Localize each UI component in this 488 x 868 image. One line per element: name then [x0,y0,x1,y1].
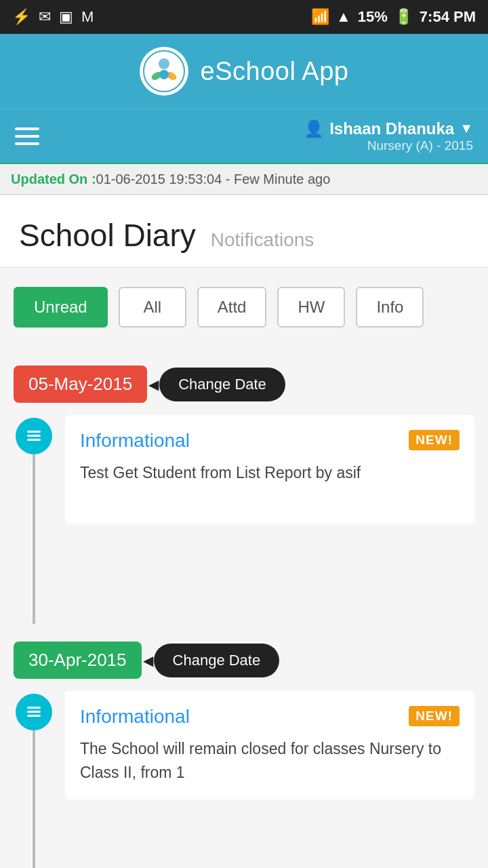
svg-rect-6 [27,435,41,437]
entry-section-1: Informational NEW! Test Get Student from… [0,410,488,629]
entry-card-header-1: Informational NEW! [80,430,460,452]
email-icon: ✉ [39,8,51,26]
hamburger-line-3 [15,142,39,145]
dropdown-arrow-icon[interactable]: ▼ [460,121,473,136]
new-badge-2: NEW! [409,706,460,726]
battery-icon: 🔋 [394,8,413,26]
page-subtitle: Notifications [211,229,314,251]
svg-point-1 [159,58,169,69]
usb-icon: ⚡ [12,8,30,26]
filter-hw[interactable]: HW [277,287,345,328]
date-badge-2: 30-Apr-2015 [14,642,142,679]
svg-rect-8 [27,707,41,709]
date-row-1: 05-May-2015 Change Date [0,353,488,410]
svg-rect-9 [27,711,41,713]
filter-info[interactable]: Info [356,287,424,328]
timeline-area: 05-May-2015 Change Date Informational NE… [0,347,488,868]
change-date-btn-1[interactable]: Change Date [159,368,285,401]
filter-attd[interactable]: Attd [197,287,267,328]
timeline-line-1 [33,454,35,624]
user-avatar-icon: 👤 [304,119,324,138]
hamburger-line-1 [15,127,39,130]
entry-type-2: Informational [80,706,190,728]
svg-point-4 [159,70,169,79]
entry-text-2: The School will remain closed for classe… [80,737,460,784]
app-logo [140,47,188,96]
date-row-2: 30-Apr-2015 Change Date [0,629,488,686]
filter-bar: Unread All Attd HW Info [0,268,488,347]
app-title: eSchool App [201,57,349,86]
entry-card-1: Informational NEW! Test Get Student from… [65,415,474,524]
entry-text-1: Test Get Student from List Report by asi… [80,461,460,485]
hamburger-line-2 [15,135,39,138]
page-title-bar: School Diary Notifications [0,195,488,268]
update-text: 01-06-2015 19:53:04 - Few Minute ago [96,172,331,187]
user-name-row[interactable]: 👤 Ishaan Dhanuka ▼ [304,119,473,138]
timeline-icon-2 [16,694,52,730]
update-banner: Updated On : 01-06-2015 19:53:04 - Few M… [0,163,488,195]
svg-rect-7 [27,439,41,441]
status-right-info: 📶 ▲ 15% 🔋 7:54 PM [311,8,476,26]
status-bar: ⚡ ✉ ▣ M 📶 ▲ 15% 🔋 7:54 PM [0,0,488,34]
entry-section-2: Informational NEW! The School will remai… [0,686,488,868]
timeline-line-2 [33,730,35,868]
list-icon-2 [24,703,43,722]
user-name: Ishaan Dhanuka [329,119,454,138]
image-icon: ▣ [59,8,73,26]
user-info: 👤 Ishaan Dhanuka ▼ Nursery (A) - 2015 [304,119,473,153]
date-badge-1: 05-May-2015 [14,366,147,403]
timeline-line-col-2 [14,691,54,868]
filter-all[interactable]: All [119,287,186,328]
timeline-icon-1 [16,418,52,454]
filter-unread[interactable]: Unread [14,287,108,328]
change-date-btn-2[interactable]: Change Date [154,644,280,677]
gmail-icon: M [81,8,94,26]
user-class: Nursery (A) - 2015 [367,138,473,153]
status-left-icons: ⚡ ✉ ▣ M [12,8,94,26]
entry-card-header-2: Informational NEW! [80,706,460,728]
battery-percent: 15% [358,8,388,26]
signal-icon: ▲ [336,8,351,26]
update-label: Updated On : [11,172,96,187]
page-title: School Diary [19,217,196,254]
wifi-icon: 📶 [311,8,329,26]
list-icon-1 [24,427,43,446]
svg-rect-5 [27,431,41,433]
entry-card-2: Informational NEW! The School will remai… [65,691,474,800]
new-badge-1: NEW! [409,430,460,450]
timeline-line-col-1 [14,415,54,624]
logo-svg [143,50,185,92]
entry-type-1: Informational [80,430,190,452]
clock: 7:54 PM [420,8,476,26]
svg-rect-10 [27,715,41,717]
app-header: eSchool App [0,34,488,108]
nav-bar: 👤 Ishaan Dhanuka ▼ Nursery (A) - 2015 [0,108,488,163]
hamburger-menu[interactable] [15,127,39,145]
